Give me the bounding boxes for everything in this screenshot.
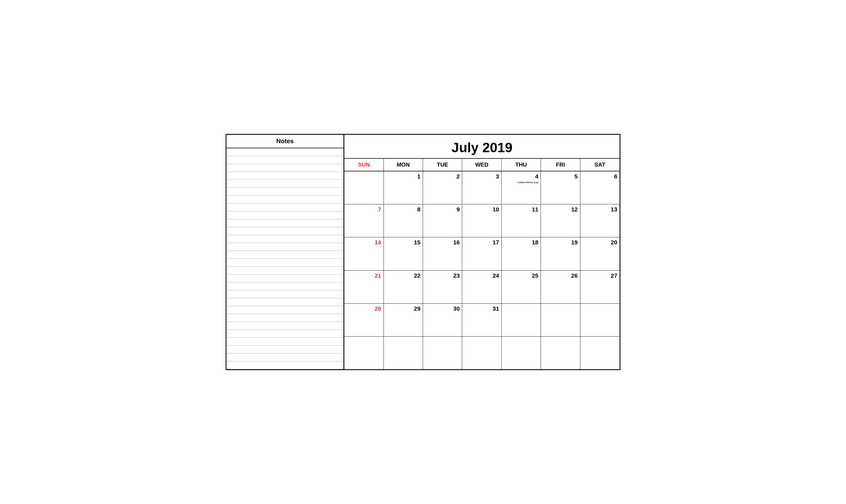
day-cell: 15 — [384, 237, 423, 270]
day-number: 20 — [611, 239, 617, 246]
notes-line[interactable] — [226, 156, 343, 164]
notes-section: Notes — [226, 135, 344, 369]
week-row-6 — [344, 337, 620, 369]
page-container: Notes July 2019 SUNMONTUEWEDTHUFRISAT 12… — [226, 134, 620, 370]
notes-line[interactable] — [226, 267, 343, 274]
day-number: 16 — [453, 239, 460, 246]
notes-line[interactable] — [226, 251, 343, 259]
weeks-container: 1234Independence Day56789101112131415161… — [344, 172, 620, 369]
notes-line[interactable] — [226, 306, 343, 314]
week-row-5: 28293031 — [344, 304, 620, 337]
notes-line[interactable] — [226, 361, 343, 369]
day-cell: 31 — [462, 304, 501, 336]
notes-line[interactable] — [226, 338, 343, 346]
notes-header: Notes — [226, 135, 343, 148]
day-cell — [462, 337, 501, 369]
day-cell: 14 — [344, 237, 384, 270]
day-number: 28 — [374, 305, 381, 312]
day-cell: 23 — [423, 271, 462, 303]
notes-line[interactable] — [226, 180, 343, 188]
day-number: 6 — [614, 173, 617, 180]
day-number: 31 — [493, 305, 499, 312]
week-row-4: 21222324252627 — [344, 271, 620, 304]
day-number: 29 — [414, 305, 421, 312]
day-cell: 10 — [462, 204, 501, 237]
day-number: 4 — [535, 173, 539, 180]
day-number: 11 — [532, 206, 538, 213]
day-cell: 5 — [541, 172, 580, 204]
notes-line[interactable] — [226, 219, 343, 227]
day-number: 3 — [496, 173, 499, 180]
day-cell: 17 — [462, 237, 501, 270]
day-number: 7 — [378, 206, 381, 213]
day-number: 13 — [611, 206, 617, 213]
day-number: 1 — [417, 173, 421, 180]
day-number: 23 — [453, 272, 460, 279]
day-cell — [541, 337, 580, 369]
notes-line[interactable] — [226, 322, 343, 330]
day-cell: 2 — [423, 172, 462, 204]
day-cell: 7 — [344, 204, 384, 237]
day-number: 22 — [414, 272, 421, 279]
day-number: 5 — [575, 173, 578, 180]
day-number: 15 — [414, 239, 421, 246]
notes-line[interactable] — [226, 283, 343, 290]
day-number: 2 — [457, 173, 460, 180]
notes-line[interactable] — [226, 298, 343, 306]
day-number: 19 — [571, 239, 578, 246]
day-cell: 26 — [541, 271, 580, 303]
day-cell: 3 — [462, 172, 501, 204]
day-cell: 22 — [384, 271, 423, 303]
notes-line[interactable] — [226, 314, 343, 322]
day-cell: 13 — [580, 204, 620, 237]
day-header-sat: SAT — [580, 159, 620, 171]
notes-line[interactable] — [226, 235, 343, 243]
day-cell: 29 — [384, 304, 423, 336]
notes-line[interactable] — [226, 164, 343, 172]
notes-line[interactable] — [226, 227, 343, 235]
day-number: 18 — [532, 239, 538, 246]
day-cell: 20 — [580, 237, 620, 270]
notes-line[interactable] — [226, 203, 343, 211]
notes-line[interactable] — [226, 354, 343, 361]
day-number: 26 — [571, 272, 578, 279]
notes-line[interactable] — [226, 188, 343, 196]
day-header-wed: WED — [462, 159, 501, 171]
notes-line[interactable] — [226, 274, 343, 283]
day-cell: 18 — [502, 237, 541, 270]
notes-line[interactable] — [226, 172, 343, 180]
day-number: 8 — [417, 206, 421, 213]
notes-line[interactable] — [226, 148, 343, 156]
day-cell: 1 — [384, 172, 423, 204]
day-cell — [384, 337, 423, 369]
day-cell: 8 — [384, 204, 423, 237]
notes-line[interactable] — [226, 211, 343, 219]
day-cell: 21 — [344, 271, 384, 303]
day-cell — [541, 304, 580, 336]
day-header-tue: TUE — [423, 159, 462, 171]
day-cell — [580, 337, 620, 369]
day-cell: 28 — [344, 304, 384, 336]
day-cell: 24 — [462, 271, 501, 303]
day-number: 17 — [493, 239, 499, 246]
calendar-grid: SUNMONTUEWEDTHUFRISAT 1234Independence D… — [344, 159, 620, 369]
notes-line[interactable] — [226, 330, 343, 338]
notes-line[interactable] — [226, 290, 343, 298]
notes-line[interactable] — [226, 259, 343, 267]
notes-line[interactable] — [226, 196, 343, 203]
day-header-mon: MON — [384, 159, 423, 171]
day-number: 10 — [493, 206, 499, 213]
day-cell: 16 — [423, 237, 462, 270]
day-cell — [502, 337, 541, 369]
day-cell: 4Independence Day — [502, 172, 541, 204]
day-headers: SUNMONTUEWEDTHUFRISAT — [344, 159, 620, 172]
notes-lines — [226, 148, 343, 369]
notes-line[interactable] — [226, 243, 343, 251]
day-cell: 9 — [423, 204, 462, 237]
notes-line[interactable] — [226, 346, 343, 354]
day-number: 9 — [457, 206, 460, 213]
holiday-label: Independence Day — [517, 181, 538, 184]
day-number: 14 — [374, 239, 381, 246]
week-row-2: 78910111213 — [344, 204, 620, 237]
day-cell: 25 — [502, 271, 541, 303]
